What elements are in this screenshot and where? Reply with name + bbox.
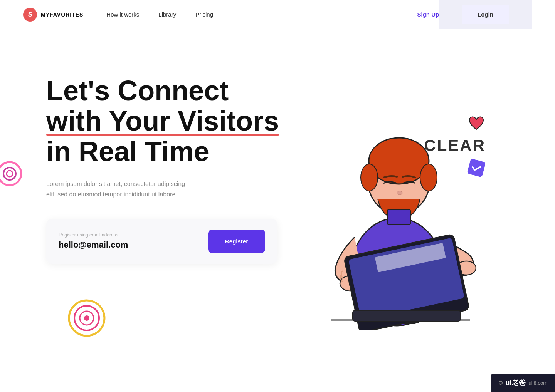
register-button[interactable]: Register xyxy=(208,230,265,253)
hero-subtitle: Lorem ipsum dolor sit amet, consectetur … xyxy=(46,179,208,199)
nav-links: How it works Library Pricing xyxy=(106,11,417,18)
hero-right: CLEAR xyxy=(301,60,509,330)
nav-pricing[interactable]: Pricing xyxy=(195,11,213,18)
svg-rect-21 xyxy=(387,209,410,225)
svg-point-6 xyxy=(84,315,89,321)
logo-icon: S xyxy=(23,8,37,22)
svg-point-2 xyxy=(7,171,13,177)
watermark-text: ui老爸 xyxy=(506,378,526,387)
deco-circle-small xyxy=(0,160,23,187)
register-label: Register using email address xyxy=(59,232,208,238)
register-card: Register using email address Register xyxy=(46,219,278,264)
svg-point-1 xyxy=(3,168,16,180)
login-area[interactable]: Login xyxy=(439,0,532,29)
brand-name: MYFAVORITES xyxy=(41,12,83,18)
email-input[interactable] xyxy=(59,240,208,250)
signup-link[interactable]: Sign Up xyxy=(417,11,439,18)
logo[interactable]: S MYFAVORITES xyxy=(23,8,83,22)
login-button[interactable]: Login xyxy=(462,5,509,24)
svg-point-20 xyxy=(397,191,402,195)
svg-point-19 xyxy=(420,164,437,191)
hero-title-line3: in Real Time xyxy=(46,136,209,167)
illustration: CLEAR xyxy=(308,91,501,330)
watermark: ui老爸 uil8.com xyxy=(491,374,555,392)
hero-left: Let's Connect with Your Visitors in Real… xyxy=(46,60,301,264)
watermark-dot xyxy=(499,381,503,385)
nav-actions: Sign Up xyxy=(417,11,439,18)
svg-point-18 xyxy=(361,164,378,191)
register-input-area: Register using email address xyxy=(59,232,208,250)
hero-section: Let's Connect with Your Visitors in Real… xyxy=(0,29,555,376)
svg-rect-27 xyxy=(353,310,461,321)
nav-library[interactable]: Library xyxy=(158,11,176,18)
watermark-url: uil8.com xyxy=(529,380,547,386)
navbar: S MYFAVORITES How it works Library Prici… xyxy=(0,0,555,29)
deco-circle-target-bottom xyxy=(67,299,106,337)
character-illustration xyxy=(316,106,486,330)
nav-how-it-works[interactable]: How it works xyxy=(106,11,139,18)
hero-title-line2: with Your Visitors xyxy=(46,106,279,136)
hero-title: Let's Connect with Your Visitors in Real… xyxy=(46,75,301,167)
